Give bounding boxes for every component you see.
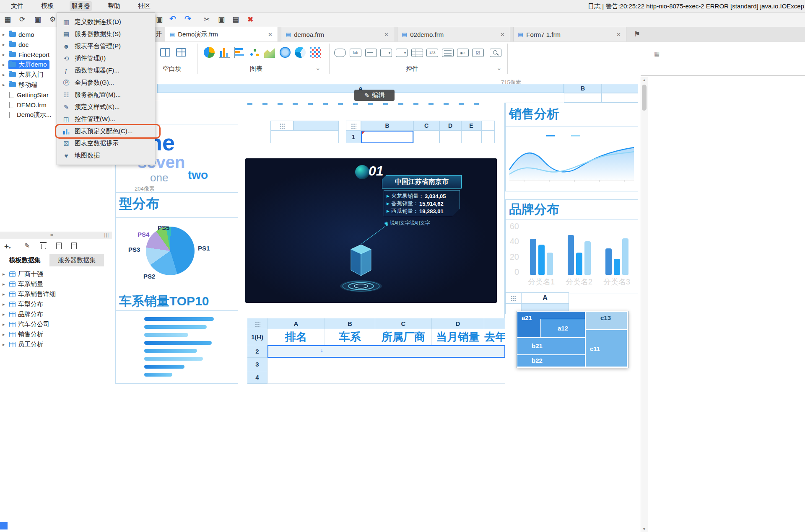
grid-cell[interactable] <box>439 131 461 143</box>
close-icon[interactable]: ✕ <box>615 31 622 38</box>
selected-cell-range[interactable]: ↓ <box>267 345 505 358</box>
cell-layout-overlay[interactable]: a21 a12 c13 c11 b21 b22 <box>517 311 628 368</box>
dataset-item[interactable]: ▸ 员工分析 <box>0 339 112 349</box>
expand-arrow-icon[interactable]: ▸ <box>3 322 8 327</box>
number-widget-icon[interactable]: 123 <box>426 49 438 57</box>
menubar-item[interactable]: 社区 <box>136 1 152 11</box>
gauge-chart-icon[interactable] <box>295 47 306 58</box>
server-menu-item[interactable]: ♥ 地图数据 <box>57 150 155 162</box>
dataset-item[interactable]: ▸ 品牌分布 <box>0 309 112 319</box>
grid-header-cell[interactable]: B <box>361 121 413 131</box>
paste-icon[interactable]: ▤ <box>232 15 239 24</box>
new-template-icon[interactable]: ▦ <box>4 15 11 24</box>
map-chart-icon[interactable] <box>280 47 291 58</box>
hbar-chart-icon[interactable] <box>234 47 245 58</box>
vertical-scrollbar[interactable]: ▲ ▼ <box>641 77 648 532</box>
chevron-down-icon[interactable]: ⌄ <box>315 64 321 72</box>
table-col-header[interactable]: C <box>375 318 432 329</box>
pie-chart[interactable] <box>146 227 195 275</box>
table-col-header[interactable]: B <box>325 318 375 329</box>
dataset-item[interactable]: ▸ 汽车分公司 <box>0 319 112 329</box>
table-cell[interactable]: 当月销量 <box>432 329 484 345</box>
grid-widget-icon[interactable] <box>411 49 423 57</box>
table-col-header[interactable] <box>484 318 505 329</box>
area-chart-icon[interactable] <box>264 47 275 58</box>
sales-analysis-panel[interactable]: 销售分析 <box>505 103 638 191</box>
server-menu-item[interactable]: ☷ 服务器配置(M)... <box>57 89 155 101</box>
close-icon[interactable]: ✕ <box>267 31 273 38</box>
grid-cell[interactable] <box>602 84 638 93</box>
menubar-item[interactable]: 服务器 <box>70 1 92 11</box>
cut-icon[interactable]: ✂ <box>204 15 210 24</box>
grid-header-cell[interactable]: E <box>461 121 481 131</box>
column-header-b[interactable]: B <box>564 84 602 93</box>
top10-bars[interactable] <box>144 317 218 381</box>
scatter-chart-icon[interactable] <box>249 47 260 58</box>
split-block-icon[interactable] <box>160 48 170 57</box>
table-cell[interactable]: 所属厂商 <box>375 329 432 345</box>
cell-c11[interactable]: c11 <box>585 330 627 367</box>
grid-cell[interactable] <box>413 131 439 143</box>
table-cell[interactable] <box>267 371 505 384</box>
undo-icon[interactable]: ↶ <box>169 14 176 23</box>
server-menu-item[interactable]: ⟲ 插件管理(I) <box>57 52 155 65</box>
table-cell[interactable]: 去年 <box>484 329 505 345</box>
brand-distribution-panel[interactable]: 品牌分布 6040200 分类名1分类名2分类名3 <box>505 199 638 294</box>
close-icon[interactable]: ✕ <box>383 31 390 38</box>
dataset-tab[interactable]: 模板数据集 <box>0 254 49 266</box>
textfield-widget-icon[interactable] <box>365 49 377 57</box>
expand-arrow-icon[interactable]: ▸ <box>3 32 8 37</box>
expand-arrow-icon[interactable]: ▸ <box>3 302 8 307</box>
grid-cell[interactable] <box>481 121 495 131</box>
server-menu-item[interactable]: ◫ 控件管理(W)... <box>57 113 155 125</box>
chevron-down-icon[interactable]: ⌄ <box>496 64 502 72</box>
report-table[interactable]: A B C D 1(H) 排名 车系 所属厂商 当月销量 去年 2 3 <box>247 318 506 384</box>
add-icon[interactable]: +▾ <box>4 242 11 251</box>
pie-chart-icon[interactable] <box>204 47 215 58</box>
table-row-header[interactable]: 4 <box>247 371 267 384</box>
table-col-header[interactable]: A <box>267 318 325 329</box>
map-hologram-panel[interactable]: 01 中国江苏省南京市 ▶ 火龙果销量： 3,034,05 ▶ 香蕉销量： 15… <box>245 158 497 303</box>
expand-arrow-icon[interactable]: ▸ <box>3 82 8 88</box>
table-cell[interactable] <box>267 358 505 371</box>
preview-icon[interactable] <box>56 243 62 249</box>
server-menu-item[interactable]: ✎ 预定义样式(K)... <box>57 101 155 113</box>
server-menu-item[interactable]: ☻ 报表平台管理(P) <box>57 40 155 52</box>
trash-icon[interactable] <box>41 244 46 249</box>
expand-arrow-icon[interactable]: ▸ <box>3 72 8 77</box>
panel-splitter[interactable]: = ||| <box>0 232 112 239</box>
expand-arrow-icon[interactable]: ▸ <box>3 42 8 47</box>
table-row-header[interactable]: 2 <box>247 345 267 358</box>
button-widget-icon[interactable] <box>334 49 346 57</box>
sheet-icon[interactable] <box>71 243 77 249</box>
table-corner-cell[interactable] <box>247 318 267 329</box>
design-canvas[interactable]: 715像素 A B ✎ 编辑 P10 nine seven one two 20… <box>113 75 641 532</box>
checkgroup-widget-icon[interactable]: ☑ <box>472 49 484 57</box>
query-widget-icon[interactable] <box>490 49 501 57</box>
server-menu-item[interactable]: ☒ 图表空数据提示 <box>57 137 155 150</box>
table-block-icon[interactable] <box>176 48 186 57</box>
dot-matrix-chart-icon[interactable] <box>310 47 321 58</box>
grid-cell[interactable] <box>564 93 602 103</box>
dataset-item[interactable]: ▸ 销售分析 <box>0 329 112 339</box>
document-tab[interactable]: ▤ demoa.frm ✕ <box>281 27 394 41</box>
expand-arrow-icon[interactable]: ▸ <box>3 342 8 347</box>
grid-header-cell[interactable]: C <box>413 121 439 131</box>
scroll-up-icon[interactable]: ▲ <box>642 78 646 82</box>
cell-a12[interactable]: a12 <box>540 319 585 338</box>
table-row-header[interactable]: 3 <box>247 358 267 371</box>
expand-arrow-icon[interactable]: ▸ <box>3 292 8 297</box>
selected-cell[interactable] <box>361 131 413 143</box>
document-tab[interactable]: ▤ Form7 1.frm ✕ <box>513 27 626 41</box>
cell-b21[interactable]: b21 <box>517 338 585 355</box>
scroll-down-icon[interactable]: ▼ <box>642 527 646 531</box>
radio-widget-icon[interactable]: ◉○ <box>457 49 469 57</box>
copy-icon[interactable]: ▣ <box>218 15 225 24</box>
table-row-header[interactable]: 1(H) <box>247 329 267 345</box>
expand-arrow-icon[interactable]: ▸ <box>3 281 8 287</box>
redo-icon[interactable]: ↷ <box>184 14 191 23</box>
menubar-item[interactable]: 模板 <box>39 1 55 11</box>
grid-corner-cell[interactable] <box>346 121 361 131</box>
bar-chart-icon[interactable] <box>219 47 230 58</box>
combobox-widget-icon[interactable]: ▾ <box>380 49 392 57</box>
